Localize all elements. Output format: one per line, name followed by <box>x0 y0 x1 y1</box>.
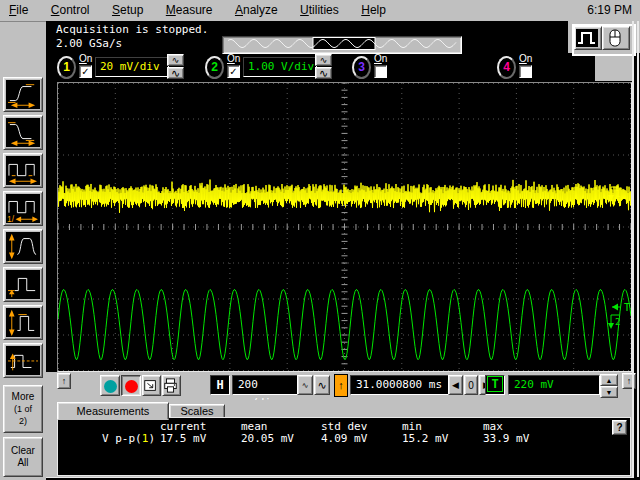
horizontal-label: H <box>210 375 230 395</box>
position-zero-button[interactable]: 0 <box>464 375 478 395</box>
menu-measure[interactable]: Measure <box>157 0 222 17</box>
acquisition-status: Acquisition is stopped. <box>56 23 208 36</box>
pulse-icon <box>575 28 599 48</box>
mouse-icon <box>603 28 627 48</box>
channel-4-on-label: On <box>519 53 532 64</box>
period-icon <box>6 156 40 185</box>
memory-bar[interactable] <box>222 36 462 54</box>
channel-1-scale-display[interactable]: 20 mV/div <box>95 57 169 77</box>
window-border-right-inner <box>637 21 639 477</box>
help-button[interactable]: ? <box>612 420 627 435</box>
memory-bar-waveform <box>225 37 459 50</box>
waveform-display[interactable]: 1T2 <box>57 82 632 372</box>
horizontal-position-display[interactable]: 31.0000800 ms <box>350 375 450 395</box>
measurement-current: 17.5 mV <box>160 432 206 445</box>
timebase-zoom-in-button[interactable]: ∿ <box>314 375 330 395</box>
v-average-icon <box>6 346 40 375</box>
trigger-level-up-button[interactable]: ▲ <box>600 374 618 386</box>
stop-icon <box>125 380 138 393</box>
menu-utilities[interactable]: Utilities <box>291 0 348 17</box>
measurement-name-post: ) <box>148 432 155 445</box>
more-label-line2: (1 of 2) <box>10 403 36 427</box>
svg-text:T: T <box>624 302 630 313</box>
channel-4-on-checkbox[interactable] <box>519 65 532 78</box>
trigger-position-icon: ↑ <box>334 374 348 397</box>
channel-2-scale-down-button[interactable]: ∿ <box>315 67 332 79</box>
measure-fall-time-button[interactable] <box>3 115 43 150</box>
measure-v-pp-button[interactable] <box>3 229 43 264</box>
channel-1-button[interactable]: 1 <box>57 56 76 79</box>
clear-all-label-line2: All <box>10 457 36 469</box>
stop-button[interactable] <box>121 375 141 396</box>
measure-rise-time-button[interactable] <box>3 77 43 112</box>
sidebar: 1/ More (1 of 2) Clear All <box>0 22 46 480</box>
mouse-pointer-button[interactable] <box>602 26 630 50</box>
window-border-right-outer <box>632 21 634 477</box>
svg-text:1: 1 <box>615 189 620 199</box>
channel-1-scale-up-button[interactable]: ∿ <box>167 54 184 66</box>
v-base-icon <box>6 270 40 299</box>
clipboard-icon <box>143 378 158 393</box>
menu-control[interactable]: Control <box>42 0 99 17</box>
channel-3-number: 3 <box>358 60 365 74</box>
v-peak-peak-icon <box>6 232 40 261</box>
trigger-label: T <box>485 375 505 395</box>
channel-3-on-checkbox[interactable] <box>374 65 387 78</box>
menu-file[interactable]: File <box>0 0 37 17</box>
measurement-name: V p-p(1) <box>102 432 155 445</box>
print-button[interactable] <box>162 375 181 396</box>
clock: 6:19 PM <box>587 3 632 17</box>
menu-setup[interactable]: Setup <box>103 0 152 17</box>
measure-frequency-button[interactable]: 1/ <box>3 191 43 226</box>
more-measurements-button[interactable]: More (1 of 2) <box>3 385 43 433</box>
measurement-std-dev: 4.09 mV <box>321 432 367 445</box>
trigger-level-display[interactable]: 220 mV <box>508 375 600 395</box>
menu-analyze[interactable]: Analyze <box>226 0 287 17</box>
channel-3-button[interactable]: 3 <box>352 56 371 79</box>
channel-1-number: 1 <box>63 60 70 74</box>
pulse-mode-button[interactable] <box>574 26 602 50</box>
run-button[interactable] <box>100 375 120 396</box>
menu-bar: File Control Setup Measure Analyze Utili… <box>0 0 640 22</box>
rise-time-icon <box>6 80 40 109</box>
channel-4-number: 4 <box>503 60 510 74</box>
measurements-table: current mean std dev min max V p-p(1) 17… <box>57 417 631 476</box>
position-left-button[interactable]: ◀ <box>448 375 463 395</box>
clear-all-button[interactable]: Clear All <box>3 437 43 477</box>
measurement-min: 15.2 mV <box>402 432 448 445</box>
timebase-zoom-out-button[interactable]: ∿ <box>297 375 313 395</box>
measurements-panel: Measurements Scales current mean std dev… <box>46 400 634 478</box>
measure-v-max-button[interactable] <box>3 305 43 340</box>
tab-measurements[interactable]: Measurements <box>57 402 169 420</box>
channel-1-scale-spinner: ∿ ∿ <box>167 54 186 81</box>
measure-period-button[interactable] <box>3 153 43 188</box>
channel-2-scale-up-button[interactable]: ∿ <box>315 54 332 66</box>
trigger-level-down-button[interactable]: ▼ <box>600 386 618 398</box>
export-button[interactable] <box>142 375 161 396</box>
channel-1-on-label: On <box>79 53 92 64</box>
channel-2-on-checkbox[interactable]: ✓ <box>227 65 240 78</box>
clear-all-label-line1: Clear <box>10 445 36 457</box>
printer-icon <box>163 378 178 393</box>
window-border-bottom <box>46 477 634 478</box>
channel-2-scale-display[interactable]: 1.00 V/div <box>243 57 317 77</box>
measure-v-average-button[interactable] <box>3 343 43 378</box>
channel-2-button[interactable]: 2 <box>205 56 224 79</box>
measurement-max: 33.9 mV <box>483 432 529 445</box>
channel-3-on-label: On <box>374 53 387 64</box>
fall-time-icon <box>6 118 40 147</box>
trigger-letter: T <box>487 376 502 392</box>
measure-v-base-button[interactable] <box>3 267 43 302</box>
run-icon <box>104 380 117 393</box>
topbar-button-group <box>572 24 636 56</box>
waveform-graticule: 1T2 <box>58 83 631 371</box>
channelbar-right-area <box>595 53 634 81</box>
channel-1-scale-down-button[interactable]: ∿ <box>167 67 184 79</box>
menu-help[interactable]: Help <box>352 0 395 17</box>
channel-2-scale-spinner: ∿ ∿ <box>315 54 334 81</box>
timebase-display[interactable]: 200 ns/div <box>232 375 299 395</box>
channel-1-on-checkbox[interactable]: ✓ <box>79 65 92 78</box>
channel-4-button[interactable]: 4 <box>497 56 516 79</box>
expand-left-button[interactable]: ↑ <box>57 373 71 389</box>
trigger-level-spinner: ▲ ▼ <box>600 374 618 398</box>
